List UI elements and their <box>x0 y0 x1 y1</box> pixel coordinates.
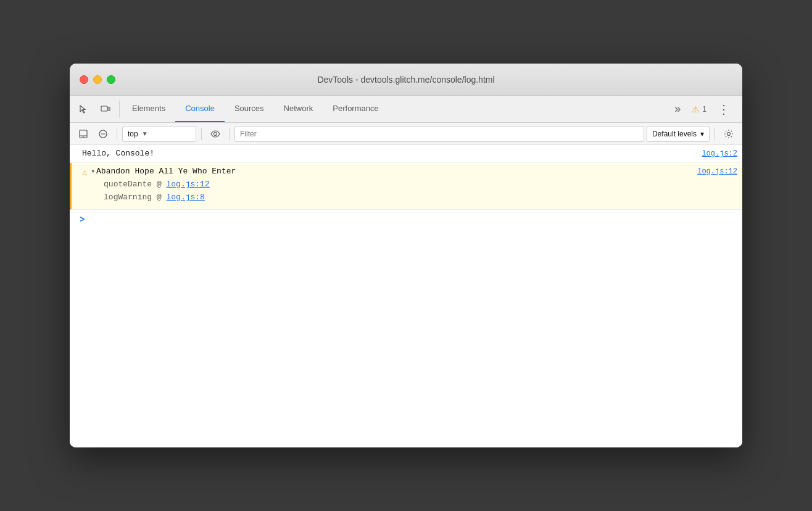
live-expressions-button[interactable] <box>207 125 224 143</box>
tab-sources[interactable]: Sources <box>225 96 274 122</box>
console-output: Hello, Console! log.js:2 ⚠ ▾ Abandon Hop… <box>70 145 742 447</box>
svg-point-6 <box>214 132 217 135</box>
console-filter-input[interactable] <box>234 126 644 142</box>
svg-rect-0 <box>101 106 107 111</box>
traffic-lights <box>80 75 115 84</box>
console-toolbar: top ▼ Default levels ▾ <box>70 123 742 145</box>
warning-triangle-icon: ⚠ <box>82 165 87 177</box>
toolbar-separator-2 <box>201 128 202 140</box>
devtools-menu-button[interactable]: ⋮ <box>713 102 735 117</box>
warning-entry-text: Abandon Hope All Ye Who Enter <box>96 165 697 178</box>
log-levels-select[interactable]: Default levels ▾ <box>647 126 710 142</box>
warning-entry-source[interactable]: log.js:12 <box>697 165 737 176</box>
maximize-button[interactable] <box>107 75 115 84</box>
stack-line-1: quoteDante @ log.js:12 <box>104 178 737 191</box>
toolbar-separator-1 <box>117 128 117 140</box>
devtools-content: Elements Console Sources Network Perform… <box>70 96 742 447</box>
minimize-button[interactable] <box>93 75 102 84</box>
cursor-icon-button[interactable] <box>72 96 94 122</box>
prompt-arrow-icon: > <box>80 215 85 225</box>
tab-elements[interactable]: Elements <box>122 96 175 122</box>
warning-main-line: Abandon Hope All Ye Who Enter log.js:12 <box>96 165 737 178</box>
levels-arrow: ▾ <box>700 130 704 138</box>
svg-rect-1 <box>108 107 110 110</box>
tab-separator-1 <box>119 101 120 117</box>
warning-icon: ⚠ <box>692 104 700 114</box>
context-value: top <box>128 130 138 138</box>
svg-point-7 <box>727 132 731 135</box>
titlebar: DevTools - devtools.glitch.me/console/lo… <box>70 64 742 96</box>
console-entry-log: Hello, Console! log.js:2 <box>70 145 742 163</box>
close-button[interactable] <box>80 75 88 84</box>
console-settings-button[interactable] <box>720 125 737 143</box>
device-toolbar-icon-button[interactable] <box>94 96 117 122</box>
console-entry-warning: ⚠ ▾ Abandon Hope All Ye Who Enter log.js… <box>70 163 742 210</box>
context-select-arrow: ▼ <box>142 130 148 137</box>
toolbar-separator-3 <box>229 128 230 140</box>
console-prompt: > <box>70 210 742 230</box>
warning-content: Abandon Hope All Ye Who Enter log.js:12 … <box>96 165 737 207</box>
tab-network[interactable]: Network <box>274 96 323 122</box>
devtools-window: DevTools - devtools.glitch.me/console/lo… <box>70 64 742 447</box>
svg-rect-2 <box>80 130 87 138</box>
window-title: DevTools - devtools.glitch.me/console/lo… <box>317 75 494 85</box>
clear-console-button[interactable] <box>94 125 112 143</box>
warning-badge[interactable]: ⚠ 1 <box>688 102 710 117</box>
tabs-bar: Elements Console Sources Network Perform… <box>70 96 742 123</box>
levels-label: Default levels <box>652 130 697 138</box>
warning-count: 1 <box>702 105 706 114</box>
tabs-right: » ⚠ 1 ⋮ <box>669 96 740 122</box>
execution-context-select[interactable]: top ▼ <box>122 126 196 142</box>
expand-warning-icon[interactable]: ▾ <box>91 165 95 175</box>
stack-link-2[interactable]: log.js:8 <box>166 193 204 202</box>
toolbar-separator-4 <box>715 128 715 140</box>
log-entry-source[interactable]: log.js:2 <box>702 147 737 158</box>
console-input[interactable] <box>89 215 737 224</box>
tab-performance[interactable]: Performance <box>323 96 388 122</box>
stack-line-2: logWarning @ log.js:8 <box>104 191 737 204</box>
warning-stack-trace: quoteDante @ log.js:12 logWarning @ log.… <box>96 177 737 207</box>
show-drawer-button[interactable] <box>75 125 92 143</box>
stack-link-1[interactable]: log.js:12 <box>166 180 209 189</box>
more-tabs-button[interactable]: » <box>669 96 686 122</box>
tab-console[interactable]: Console <box>175 96 225 122</box>
log-entry-text: Hello, Console! <box>82 147 702 160</box>
